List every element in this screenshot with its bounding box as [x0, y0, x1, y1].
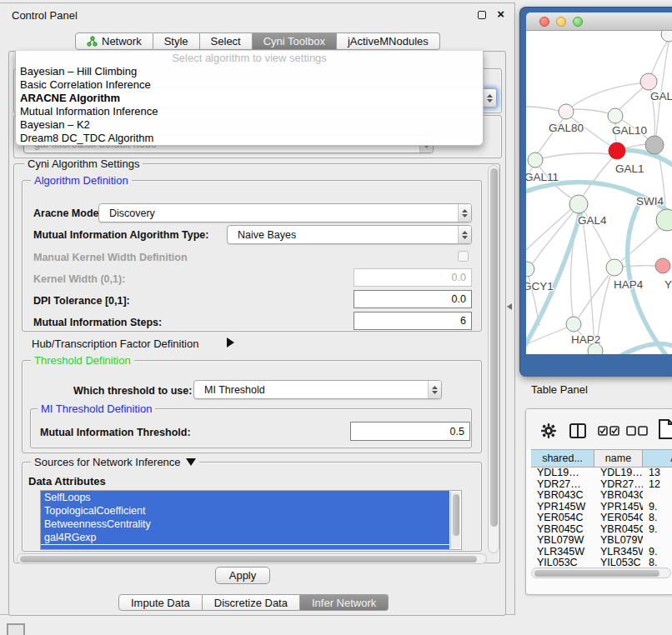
- minimize-window-icon[interactable]: [556, 17, 566, 27]
- network-graph[interactable]: GAL2GAL80GAL10GAL1GAL11SWI4GAL4GCY1HAP4Y…: [526, 31, 672, 354]
- apply-button[interactable]: Apply: [215, 567, 270, 584]
- network-edge[interactable]: [624, 144, 646, 148]
- tab-impute-data[interactable]: Impute Data: [118, 594, 203, 611]
- tab-jactivemnodules[interactable]: jActiveMNodules: [337, 32, 440, 50]
- network-node-gal2[interactable]: [640, 73, 657, 90]
- algorithm-option[interactable]: Basic Correlation Inference: [16, 78, 483, 92]
- network-node-gal4[interactable]: [569, 195, 588, 213]
- expand-arrow-icon[interactable]: [227, 338, 234, 348]
- network-edge[interactable]: [656, 42, 669, 136]
- algorithm-option[interactable]: Bayesian – K2: [16, 118, 483, 132]
- close-panel-icon[interactable]: ×: [497, 7, 504, 22]
- network-canvas[interactable]: GAL2GAL80GAL10GAL1GAL11SWI4GAL4GCY1HAP4Y…: [526, 31, 672, 354]
- network-node-swi4[interactable]: [656, 209, 672, 231]
- gear-icon[interactable]: [541, 423, 556, 438]
- table-horizontal-scrollbar[interactable]: [531, 568, 671, 578]
- combo-value: MI Threshold: [194, 384, 428, 396]
- network-edge[interactable]: [573, 109, 609, 113]
- network-node-hap4[interactable]: [606, 259, 623, 276]
- which-threshold-combo[interactable]: MI Threshold: [193, 380, 442, 399]
- float-panel-icon[interactable]: [478, 11, 486, 19]
- table-row[interactable]: YLR345WYLR345W9.: [531, 547, 672, 558]
- close-window-icon[interactable]: [539, 17, 549, 27]
- network-edge[interactable]: [526, 107, 559, 111]
- column-layout-icon[interactable]: [569, 423, 586, 438]
- hub-definition-label[interactable]: Hub/Transcription Factor Definition: [32, 338, 198, 350]
- deselect-all-checkboxes-icon[interactable]: [626, 426, 648, 436]
- network-node-gal10[interactable]: [608, 108, 623, 123]
- network-edge[interactable]: [579, 275, 609, 318]
- network-node-gcy1[interactable]: [526, 262, 534, 277]
- panel-collapse-handle[interactable]: [507, 303, 512, 310]
- algorithm-option[interactable]: Bayesian – Hill Climbing: [16, 65, 483, 78]
- table-horizontal-thumb[interactable]: [534, 570, 659, 577]
- table-row[interactable]: YPR145WYPR145W9.: [531, 502, 672, 513]
- aracne-mode-combo[interactable]: Discovery: [98, 203, 472, 222]
- settings-horizontal-scrollbar[interactable]: [17, 553, 487, 564]
- select-all-checkboxes-icon[interactable]: [598, 426, 619, 436]
- table-column-header[interactable]: shared...: [531, 450, 594, 468]
- network-node-gal11[interactable]: [528, 152, 543, 168]
- table-cell: YBR045C: [594, 524, 643, 536]
- settings-horizontal-thumb[interactable]: [20, 556, 477, 562]
- mi-type-label: Mutual Information Algorithm Type:: [33, 229, 208, 241]
- mi-threshold-field[interactable]: 0.5: [350, 422, 470, 441]
- list-scrollbar-thumb[interactable]: [453, 494, 459, 536]
- sources-title[interactable]: Sources for Network Inference: [31, 456, 199, 468]
- network-node-y[interactable]: [655, 258, 670, 273]
- kernel-width-field[interactable]: 0.0: [354, 268, 472, 287]
- table-cell: [643, 535, 672, 547]
- table-row[interactable]: YDL19…YDL19…13: [531, 468, 672, 479]
- table-row[interactable]: YBR043CYBR043C: [531, 490, 672, 502]
- algorithm-option[interactable]: ARACNE Algorithm: [16, 92, 483, 105]
- minimized-panel-icon[interactable]: [7, 623, 25, 635]
- network-edge[interactable]: [570, 82, 649, 108]
- mi-type-combo[interactable]: Naive Bayes: [227, 225, 472, 244]
- table-row[interactable]: YDR27…YDR27…12: [531, 479, 672, 491]
- table-column-header[interactable]: name: [594, 450, 643, 468]
- data-attribute-item[interactable]: gal4RGexp: [41, 531, 449, 544]
- algorithm-option[interactable]: Dream8 DC_TDC Algorithm: [16, 132, 483, 145]
- table-cell: [643, 490, 672, 502]
- combo-value: Discovery: [99, 208, 458, 219]
- data-attribute-item[interactable]: TopologicalCoefficient: [41, 504, 449, 518]
- zoom-window-icon[interactable]: [573, 17, 583, 27]
- network-titlebar[interactable]: [526, 12, 672, 31]
- network-node-hap2[interactable]: [566, 317, 581, 332]
- network-node[interactable]: [661, 31, 672, 42]
- tab-infer-network[interactable]: Infer Network: [300, 594, 389, 611]
- tab-select[interactable]: Select: [200, 32, 253, 50]
- list-scrollbar[interactable]: [450, 492, 460, 548]
- table-row[interactable]: YBL079WYBL079W: [531, 535, 672, 547]
- data-attributes-list[interactable]: SelfLoopsTopologicalCoefficientBetweenne…: [40, 490, 462, 550]
- tab-style[interactable]: Style: [153, 32, 200, 50]
- mi-steps-field[interactable]: 6: [354, 312, 472, 330]
- dpi-tolerance-field[interactable]: 0.0: [354, 290, 472, 308]
- network-node-label: HAP2: [571, 333, 600, 346]
- tab-cyni-toolbox[interactable]: Cyni Toolbox: [253, 32, 337, 50]
- network-edge[interactable]: [542, 153, 609, 158]
- algorithm-option[interactable]: Mutual Information Inference: [16, 105, 483, 118]
- settings-vertical-thumb[interactable]: [490, 168, 498, 527]
- data-attribute-item[interactable]: BetweennessCentrality: [41, 518, 449, 531]
- network-node-gal80[interactable]: [559, 104, 574, 119]
- table-column-header[interactable]: A: [643, 450, 672, 468]
- manual-kernel-checkbox[interactable]: [458, 251, 469, 262]
- tab-label: Discretize Data: [214, 597, 288, 609]
- settings-vertical-scrollbar[interactable]: [488, 165, 499, 553]
- algorithm-dropdown-popup: Select algorithm to view settings Bayesi…: [15, 51, 484, 146]
- table-cell: YDL19…: [531, 468, 594, 479]
- network-edge[interactable]: [526, 209, 571, 250]
- tab-discretize-data[interactable]: Discretize Data: [203, 594, 300, 611]
- network-node[interactable]: [645, 136, 664, 154]
- network-edge[interactable]: [582, 212, 594, 343]
- bottom-tab-bar: Impute Data Discretize Data Infer Networ…: [118, 594, 389, 611]
- network-node-gal1[interactable]: [609, 142, 625, 159]
- table-row[interactable]: YBR045CYBR045C9.: [531, 524, 672, 536]
- new-table-icon[interactable]: [658, 419, 672, 439]
- table-row[interactable]: YER054CYER054C8.: [531, 512, 672, 524]
- tab-network[interactable]: Network: [75, 32, 153, 50]
- combo-arrows-icon: [458, 226, 471, 243]
- data-attribute-item[interactable]: SelfLoops: [41, 491, 449, 504]
- network-edge[interactable]: [583, 158, 613, 197]
